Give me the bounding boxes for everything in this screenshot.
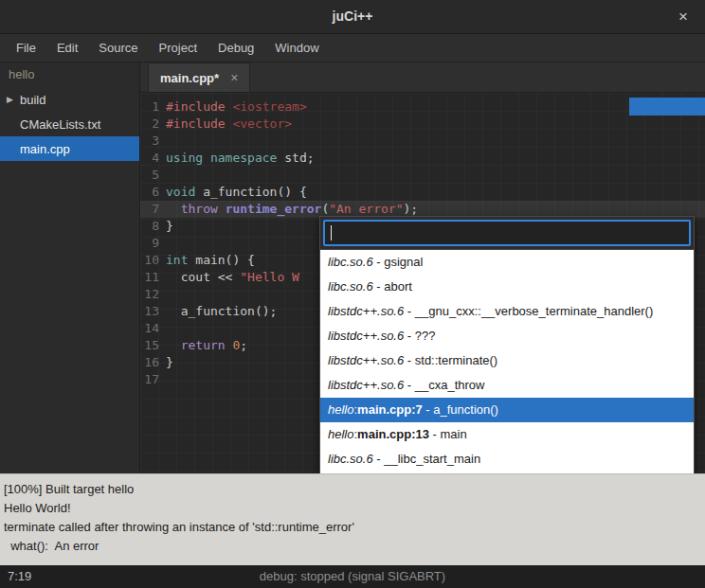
tree-item-label: CMakeLists.txt [20,117,100,132]
code-line[interactable]: 6void a_function() { [140,184,705,201]
line-number[interactable]: 9 [140,235,166,252]
menu-item-source[interactable]: Source [88,34,148,62]
tree-item-label: main.cpp [20,142,70,156]
code-text: return 0; [166,337,247,354]
code-text: #include <iostream> [166,98,307,116]
stack-frame-item[interactable]: libstdc++.so.6 - __gnu_cxx::__verbose_te… [320,299,694,324]
line-number[interactable]: 6 [140,184,166,201]
output-line: what(): An error [4,537,701,556]
code-text: } [166,354,173,371]
code-text: a_function(); [166,303,277,320]
debug-status-message: debug: stopped (signal SIGABRT) [0,565,705,588]
stack-frame-item[interactable]: libc.so.6 - __libc_start_main [320,447,694,472]
line-number[interactable]: 1 [140,98,166,116]
menu-item-debug[interactable]: Debug [208,34,264,62]
line-number[interactable]: 15 [140,337,166,354]
tree-item-label: build [20,93,45,107]
stacktrace-list: libc.so.6 - gsignallibc.so.6 - abortlibs… [320,249,694,497]
stacktrace-popup: libc.so.6 - gsignallibc.so.6 - abortlibs… [319,216,695,498]
code-line[interactable]: 1#include <iostream> [140,98,705,116]
tab-main-cpp[interactable]: main.cpp*× [148,62,250,92]
scroll-position-indicator[interactable] [629,98,705,116]
code-text: #include <vector> [166,116,292,133]
sidebar-item-build[interactable]: ▶build [0,87,139,112]
line-number[interactable]: 5 [140,167,166,184]
text-caret [331,225,332,241]
output-line: [100%] Built target hello [4,480,701,499]
line-number[interactable]: 10 [140,252,166,269]
code-line[interactable]: 3 [140,133,705,150]
line-number[interactable]: 17 [140,371,166,388]
menu-item-edit[interactable]: Edit [46,34,88,62]
line-number[interactable]: 16 [140,354,166,371]
sidebar-item-main-cpp[interactable]: main.cpp [0,136,139,161]
line-number[interactable]: 11 [140,269,166,286]
stack-frame-item[interactable]: libc.so.6 - abort [320,275,694,299]
menu-item-project[interactable]: Project [149,34,208,62]
expand-arrow-icon[interactable]: ▶ [7,95,20,104]
title-bar: juCi++ × [0,0,705,34]
code-line[interactable]: 2#include <vector> [140,116,705,133]
sidebar-item-cmakelists-txt[interactable]: CMakeLists.txt [0,112,139,136]
line-number[interactable]: 12 [140,286,166,303]
file-tree: ▶buildCMakeLists.txtmain.cpp [0,87,139,161]
stack-frame-item[interactable]: libstdc++.so.6 - __cxa_throw [320,373,694,398]
output-line: Hello World! [4,499,701,518]
file-tree-panel: hello ▶buildCMakeLists.txtmain.cpp [0,62,140,473]
tab-bar: main.cpp*× [140,62,705,93]
stack-frame-item[interactable]: libc.so.6 - gsignal [320,250,694,275]
code-line[interactable]: 5 [140,167,705,184]
project-name: hello [0,62,139,87]
app-window: juCi++ × FileEditSourceProjectDebugWindo… [0,0,705,588]
output-line: terminate called after throwing an insta… [4,518,701,537]
line-number[interactable]: 14 [140,320,166,337]
line-number[interactable]: 7 [140,201,166,218]
line-number[interactable]: 3 [140,133,166,150]
stack-frame-item[interactable]: hello:main.cpp:13 - main [320,422,694,447]
tab-label: main.cpp* [160,71,219,85]
line-number[interactable]: 13 [140,303,166,320]
stack-frame-item[interactable]: hello:main.cpp:7 - a_function() [320,398,694,422]
tab-close-icon[interactable]: × [230,70,238,85]
stack-frame-item[interactable]: libstdc++.so.6 - ??? [320,324,694,348]
line-number[interactable]: 2 [140,116,166,133]
status-bar: 7:19 debug: stopped (signal SIGABRT) [0,565,705,588]
line-number[interactable]: 4 [140,150,166,167]
menu-item-file[interactable]: File [6,34,46,62]
close-window-button[interactable]: × [673,0,694,33]
code-text: cout << "Hello W [166,269,299,286]
menu-bar: FileEditSourceProjectDebugWindow [0,34,705,62]
stacktrace-filter-input[interactable] [323,220,691,246]
code-text: using namespace std; [166,150,315,167]
code-text: } [166,218,173,235]
window-title: juCi++ [0,0,705,33]
output-terminal-panel[interactable]: [100%] Built target helloHello World!ter… [0,473,705,565]
code-line[interactable]: 4using namespace std; [140,150,705,167]
code-text: int main() { [166,252,255,269]
menu-item-window[interactable]: Window [264,34,329,62]
stack-frame-item[interactable]: libstdc++.so.6 - std::terminate() [320,348,694,373]
code-text: void a_function() { [166,184,307,201]
line-number[interactable]: 8 [140,218,166,235]
